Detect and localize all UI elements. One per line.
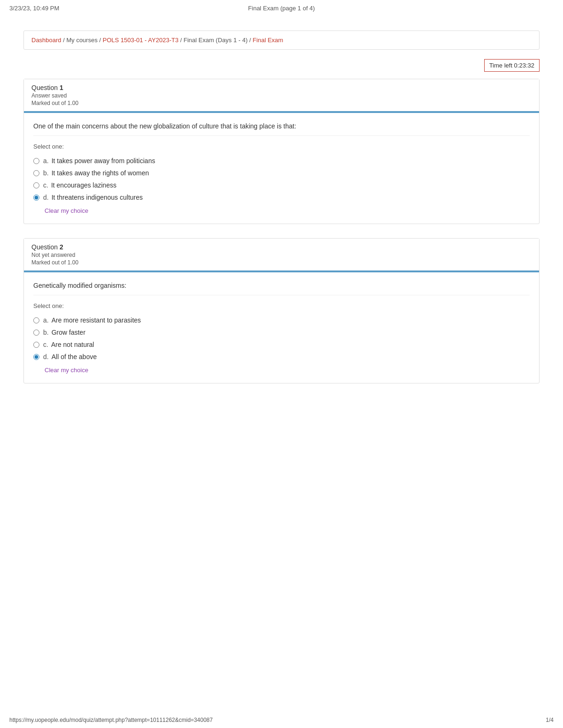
option-letter-2d: d. (43, 353, 49, 360)
question-status-2: Not yet answered (31, 252, 532, 258)
option-item-1d: d. It threatens indigenous cultures (33, 191, 530, 203)
question-title-2: Question 2 (31, 243, 532, 251)
option-radio-1d[interactable] (33, 195, 39, 201)
question-card-2: Question 2 Not yet answered Marked out o… (23, 238, 540, 383)
content-area: Dashboard / My courses / POLS 1503-01 - … (0, 16, 563, 412)
option-radio-2c[interactable] (33, 342, 39, 348)
option-letter-1d: d. (43, 194, 49, 201)
question-marked-2: Marked out of 1.00 (31, 259, 532, 266)
clear-choice-1[interactable]: Clear my choice (45, 207, 88, 214)
option-text-2c: Are not natural (51, 341, 94, 348)
question-body-2: Genetically modified organisms: Select o… (24, 272, 539, 383)
option-letter-1a: a. (43, 157, 49, 165)
option-radio-1b[interactable] (33, 170, 39, 176)
page-footer: https://my.uopeople.edu/mod/quiz/attempt… (0, 717, 563, 723)
options-list-2: a. Are more resistant to parasites b. Gr… (33, 314, 530, 363)
timer-container: Time left 0:23:32 (23, 59, 540, 72)
page-header: 3/23/23, 10:49 PM Final Exam (page 1 of … (0, 0, 563, 16)
question-header-2: Question 2 Not yet answered Marked out o… (24, 239, 539, 270)
breadcrumb: Dashboard / My courses / POLS 1503-01 - … (23, 30, 540, 50)
question-body-1: One of the main concerns about the new g… (24, 113, 539, 224)
question-header-1: Question 1 Answer saved Marked out of 1.… (24, 79, 539, 111)
option-letter-2c: c. (43, 341, 48, 348)
timer-box: Time left 0:23:32 (484, 59, 540, 72)
option-radio-2b[interactable] (33, 330, 39, 336)
option-radio-2a[interactable] (33, 317, 39, 323)
option-item-2b: b. Grow faster (33, 326, 530, 338)
option-item-2a: a. Are more resistant to parasites (33, 314, 530, 326)
datetime: 3/23/23, 10:49 PM (9, 5, 59, 12)
select-one-label-2: Select one: (33, 302, 530, 309)
option-text-2a: Are more resistant to parasites (52, 316, 141, 324)
options-list-1: a. It takes power away from politicians … (33, 155, 530, 203)
breadcrumb-sep2: / Final Exam (Days 1 - 4) / (178, 37, 252, 44)
question-card-1: Question 1 Answer saved Marked out of 1.… (23, 79, 540, 224)
page-title: Final Exam (page 1 of 4) (248, 5, 315, 12)
option-letter-2b: b. (43, 329, 49, 336)
option-radio-1c[interactable] (33, 182, 39, 188)
option-text-1a: It takes power away from politicians (52, 157, 155, 165)
option-letter-2a: a. (43, 316, 49, 324)
option-item-1a: a. It takes power away from politicians (33, 155, 530, 167)
breadcrumb-exam[interactable]: Final Exam (253, 37, 283, 44)
question-text-2: Genetically modified organisms: (33, 282, 530, 295)
footer-url: https://my.uopeople.edu/mod/quiz/attempt… (9, 717, 213, 723)
option-letter-1b: b. (43, 169, 49, 177)
option-text-1b: It takes away the rights of women (52, 169, 149, 177)
option-letter-1c: c. (43, 181, 48, 189)
option-text-2d: All of the above (52, 353, 97, 360)
option-radio-1a[interactable] (33, 158, 39, 164)
breadcrumb-sep1: / My courses / (61, 37, 103, 44)
option-item-2d: d. All of the above (33, 351, 530, 363)
option-text-1c: It encourages laziness (51, 181, 116, 189)
question-status-1: Answer saved (31, 92, 532, 99)
breadcrumb-course[interactable]: POLS 1503-01 - AY2023-T3 (103, 37, 179, 44)
select-one-label-1: Select one: (33, 143, 530, 150)
option-item-1b: b. It takes away the rights of women (33, 167, 530, 179)
option-item-1c: c. It encourages laziness (33, 179, 530, 191)
question-marked-1: Marked out of 1.00 (31, 100, 532, 106)
option-text-2b: Grow faster (52, 329, 85, 336)
question-text-1: One of the main concerns about the new g… (33, 122, 530, 136)
breadcrumb-dashboard[interactable]: Dashboard (31, 37, 61, 44)
option-item-2c: c. Are not natural (33, 338, 530, 351)
clear-choice-2[interactable]: Clear my choice (45, 367, 88, 374)
option-radio-2d[interactable] (33, 354, 39, 360)
question-title-1: Question 1 (31, 84, 532, 91)
footer-page: 1/4 (546, 717, 554, 723)
option-text-1d: It threatens indigenous cultures (52, 194, 143, 201)
